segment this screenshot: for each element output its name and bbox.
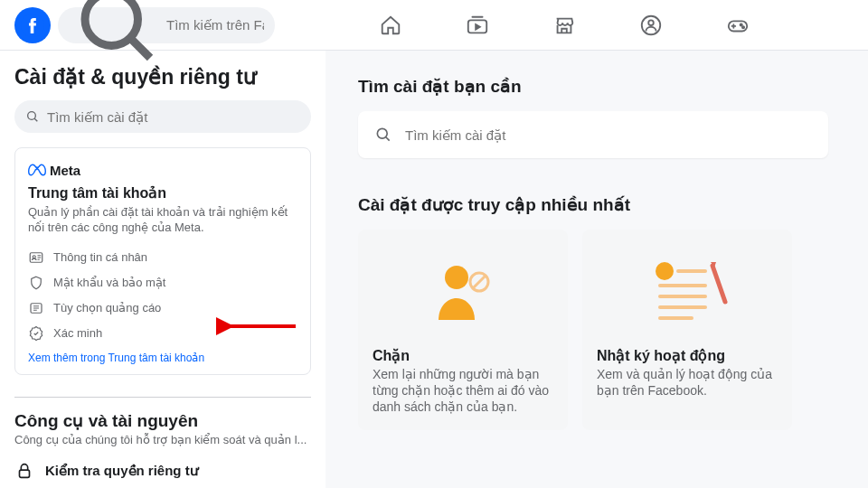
meta-item-ad-preferences[interactable]: Tùy chọn quảng cáo: [28, 296, 297, 321]
most-visited-title: Cài đặt được truy cập nhiều nhất: [358, 194, 868, 215]
sidebar-title: Cài đặt & quyền riêng tư: [14, 65, 311, 89]
nav-home-icon[interactable]: [378, 13, 403, 38]
svg-point-21: [656, 262, 674, 280]
meta-see-more-link[interactable]: Xem thêm trong Trung tâm tài khoản: [28, 352, 204, 364]
card-desc: Xem lại những người mà bạn từng chặn hoặ…: [373, 366, 553, 416]
svg-point-12: [33, 256, 35, 258]
main-search[interactable]: [358, 111, 828, 158]
verified-icon: [28, 325, 44, 342]
svg-point-5: [648, 20, 654, 25]
meta-item-verification[interactable]: Xác minh: [28, 321, 297, 346]
card-block[interactable]: Chặn Xem lại những người mà bạn từng chặ…: [358, 230, 568, 430]
tool-privacy-checkup[interactable]: Kiểm tra quyền riêng tư: [14, 455, 311, 486]
meta-item-label: Xác minh: [53, 326, 102, 340]
meta-item-label: Mật khẩu và bảo mật: [53, 276, 165, 289]
meta-item-label: Thông tin cá nhân: [53, 250, 147, 264]
tools-section-title: Công cụ và tài nguyên: [14, 410, 311, 431]
nav-video-icon[interactable]: [465, 13, 490, 38]
meta-item-password-security[interactable]: Mật khẩu và bảo mật: [28, 270, 297, 296]
search-icon: [25, 109, 40, 124]
svg-point-1: [85, 0, 138, 45]
divider: [14, 397, 311, 398]
search-icon: [374, 126, 392, 144]
meta-logo-icon: [28, 161, 46, 179]
card-title: Nhật ký hoạt động: [597, 347, 778, 364]
meta-brand-label: Meta: [50, 163, 80, 178]
svg-line-10: [34, 118, 37, 121]
settings-cards: Chặn Xem lại những người mà bạn từng chặ…: [358, 230, 868, 430]
shield-icon: [28, 275, 44, 291]
svg-point-7: [741, 23, 742, 25]
svg-point-18: [445, 266, 468, 289]
meta-card-title: Trung tâm tài khoản: [28, 184, 297, 202]
meta-item-label: Tùy chọn quảng cáo: [53, 301, 161, 314]
svg-point-8: [742, 26, 744, 28]
meta-accounts-center-card: Meta Trung tâm tài khoản Quản lý phần cà…: [14, 147, 311, 375]
meta-item-personal-info[interactable]: Thông tin cá nhân: [28, 245, 297, 270]
global-search[interactable]: [58, 7, 275, 43]
tools-section-desc: Công cụ của chúng tôi hỗ trợ bạn kiểm so…: [14, 433, 311, 446]
svg-point-9: [28, 112, 36, 120]
block-illustration: [373, 246, 553, 336]
svg-point-16: [377, 128, 387, 138]
nav-groups-icon[interactable]: [638, 13, 664, 38]
card-title: Chặn: [373, 347, 553, 364]
svg-line-20: [473, 276, 486, 288]
main-content: Tìm cài đặt bạn cần Cài đặt được truy cậ…: [326, 51, 868, 488]
svg-line-17: [386, 137, 390, 141]
sidebar-search[interactable]: [14, 100, 311, 133]
global-search-input[interactable]: [166, 17, 264, 33]
id-card-icon: [28, 249, 44, 266]
facebook-logo[interactable]: [14, 7, 51, 43]
ads-icon: [28, 300, 44, 316]
find-settings-title: Tìm cài đặt bạn cần: [358, 76, 868, 97]
tool-item-label: Kiểm tra quyền riêng tư: [45, 463, 199, 479]
nav-gaming-icon[interactable]: [725, 13, 750, 38]
meta-card-desc: Quản lý phần cài đặt tài khoản và trải n…: [28, 205, 297, 236]
top-bar: [0, 0, 868, 51]
card-activity-log[interactable]: Nhật ký hoạt động Xem và quản lý hoạt độ…: [582, 230, 792, 430]
top-nav: [275, 13, 854, 38]
lock-icon: [14, 461, 34, 481]
activity-log-illustration: [597, 246, 778, 336]
card-desc: Xem và quản lý hoạt động của bạn trên Fa…: [597, 366, 778, 399]
nav-marketplace-icon[interactable]: [552, 13, 577, 38]
main-search-input[interactable]: [405, 127, 812, 143]
meta-brand: Meta: [28, 161, 297, 179]
sidebar-search-input[interactable]: [47, 109, 300, 125]
settings-sidebar: Cài đặt & quyền riêng tư Meta Trung tâm …: [0, 51, 326, 488]
svg-rect-15: [20, 470, 30, 477]
